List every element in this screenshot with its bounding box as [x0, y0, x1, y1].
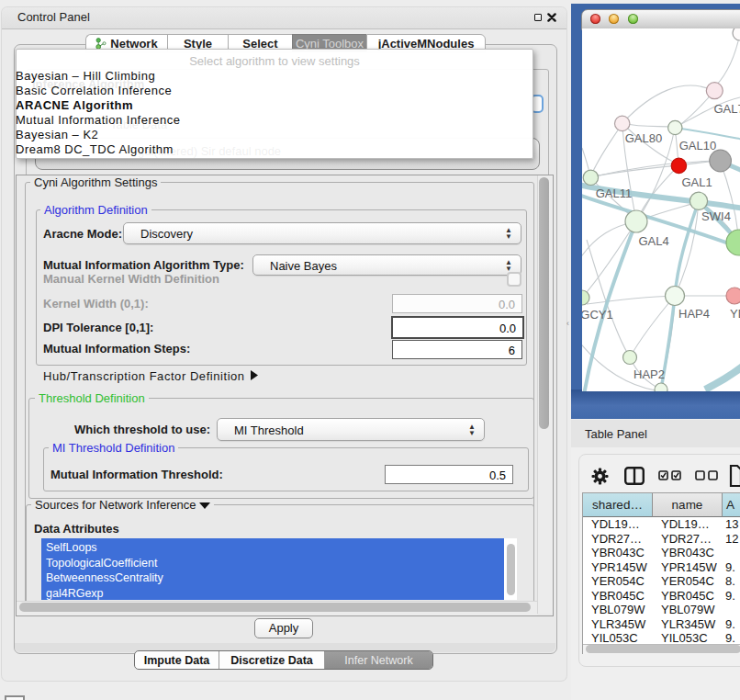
svg-text:GCY1: GCY1 — [582, 308, 613, 322]
svg-text:GAL1: GAL1 — [681, 175, 712, 189]
svg-text:SWI4: SWI4 — [701, 209, 731, 223]
svg-text:HAP4: HAP4 — [678, 307, 710, 321]
svg-text:YD: YD — [730, 307, 740, 321]
svg-text:GAL10: GAL10 — [679, 139, 716, 152]
svg-text:GAL4: GAL4 — [638, 234, 668, 248]
svg-text:HAP2: HAP2 — [633, 367, 665, 381]
svg-text:GAL11: GAL11 — [596, 186, 633, 200]
svg-text:GAL7: GAL7 — [713, 102, 740, 116]
svg-text:GAL80: GAL80 — [625, 131, 662, 145]
